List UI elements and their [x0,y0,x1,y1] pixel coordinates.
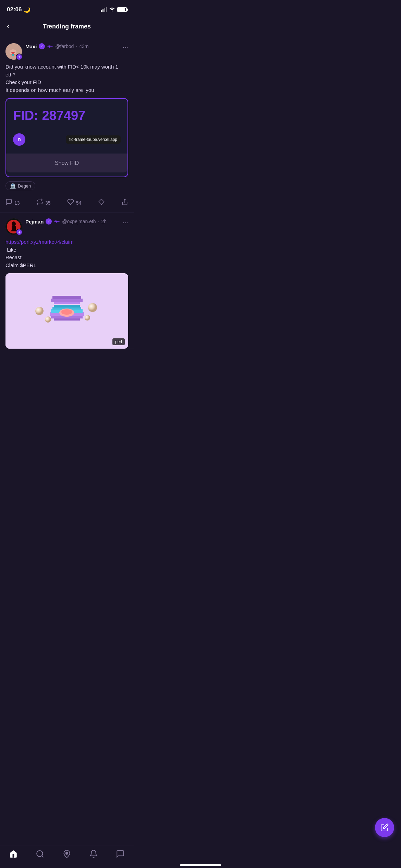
fid-frame-content: FID: 287497 n fid-frame-taupe.vercel.app [6,99,127,154]
post-2-more-button[interactable]: ··· [122,218,128,226]
svg-marker-7 [98,199,104,205]
post-2-image: perl [5,273,128,349]
post-1-like-count: 54 [76,200,82,206]
signal-bar-1 [101,10,102,12]
degen-tag: 🏦 Degen [5,181,35,190]
show-fid-button[interactable]: Show FID [6,154,127,172]
moon-icon: 🌙 [24,7,31,13]
svg-rect-12 [12,226,16,231]
fid-frame-footer: n fid-frame-taupe.vercel.app [13,123,121,146]
post-1-verified-badge: ✓ [39,43,45,49]
page-title: Trending frames [43,23,91,30]
post-2-link[interactable]: https://perl.xyz/market/4/claim [5,239,73,245]
fid-number: FID: 287497 [13,108,121,123]
post-1-more-button[interactable]: ··· [122,43,128,51]
svg-point-25 [61,309,72,315]
post-1-meta: Maxi ✓ @farbod · 43m [25,43,119,49]
post-2-meta: Pejman ✓ @oxpejman.eth · 2h [25,218,119,225]
post-2-handle: @oxpejman.eth [62,219,96,224]
post-1: + Maxi ✓ @farbod · 43m ··· [0,38,134,213]
post-2-author-name: Pejman [25,219,44,225]
post-2-timestamp: 2h [101,219,107,224]
post-2-plus-badge[interactable]: + [16,229,23,236]
post-2-body: https://perl.xyz/market/4/claim Like Rec… [5,238,128,269]
post-1-plus-badge[interactable]: + [16,53,23,60]
post-1-comment-count: 13 [14,200,20,206]
back-button[interactable]: ‹ [5,21,11,32]
comment-icon [5,198,12,207]
post-1-body: Did you know account with FID< 10k may w… [5,63,128,94]
share-icon [121,198,128,207]
post-2-header: + Pejman ✓ @oxpejman.eth · 2h ··· [5,218,128,235]
svg-rect-23 [54,305,80,308]
battery-icon [117,7,127,12]
post-1-actions: 13 35 54 [5,195,128,213]
perl-image-label: perl [112,338,125,345]
signal-bar-4 [106,7,107,12]
signal-bar-3 [104,8,105,12]
fid-frame-logo: n [13,133,25,146]
post-1-share-button[interactable] [121,198,128,207]
svg-point-14 [35,307,44,315]
wifi-icon [109,7,115,13]
status-time: 02:06 [7,6,22,13]
perl-image-background: perl [5,273,128,349]
status-bar: 02:06 🌙 [0,0,134,17]
degen-icon: 🏦 [10,183,16,189]
heart-icon [67,198,74,207]
fid-logo-letter: n [17,136,21,143]
header: ‹ Trending frames [0,17,134,38]
post-2-avatar-wrap: + [5,218,22,235]
svg-rect-28 [52,296,81,299]
post-1-avatar-wrap: + [5,43,22,60]
post-1-comment-button[interactable]: 13 [5,198,20,207]
post-1-like-button[interactable]: 54 [67,198,82,207]
svg-point-6 [12,54,14,56]
post-2: + Pejman ✓ @oxpejman.eth · 2h ··· [0,213,134,349]
signal-bar-2 [102,9,104,12]
post-1-diamond-button[interactable] [98,198,105,207]
post-1-recast-button[interactable]: 35 [36,198,51,207]
fid-frame-card: FID: 287497 n fid-frame-taupe.vercel.app… [5,98,128,177]
svg-point-17 [85,315,90,321]
feed: + Maxi ✓ @farbod · 43m ··· [0,38,134,349]
svg-point-4 [11,53,12,55]
post-2-pulse-icon [54,218,60,225]
post-1-header: + Maxi ✓ @farbod · 43m ··· [5,43,128,60]
post-1-pulse-icon [47,43,53,49]
post-1-time: · [76,44,77,49]
status-icons [101,7,127,13]
diamond-icon [98,198,105,207]
fid-frame-url: fid-frame-taupe.vercel.app [66,135,121,144]
post-1-timestamp: 43m [79,44,88,49]
post-1-handle: @farbod [55,44,74,49]
recast-icon [36,198,43,207]
svg-point-5 [14,53,16,55]
degen-label: Degen [18,183,31,189]
post-2-verified-badge: ✓ [46,218,52,225]
svg-point-11 [12,221,16,226]
signal-bars [101,7,107,12]
post-1-author-name: Maxi [25,44,37,49]
svg-point-16 [88,303,97,312]
post-1-author-row: Maxi ✓ @farbod · 43m [25,43,119,49]
post-2-dot: · [98,219,99,224]
post-1-recast-count: 35 [45,200,51,206]
post-2-author-row: Pejman ✓ @oxpejman.eth · 2h [25,218,119,225]
svg-point-15 [45,316,51,323]
